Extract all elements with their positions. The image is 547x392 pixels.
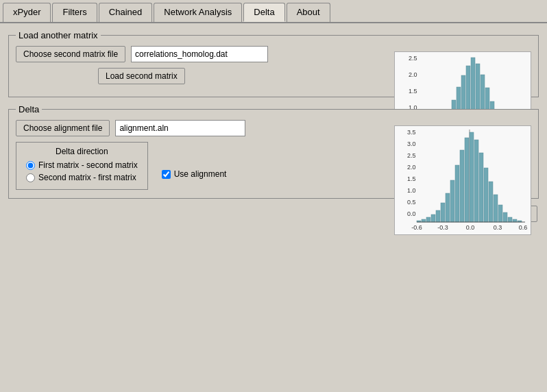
svg-rect-49 bbox=[455, 165, 459, 222]
tab-chained[interactable]: Chained bbox=[99, 3, 152, 22]
svg-text:1.0: 1.0 bbox=[407, 187, 416, 194]
svg-text:0.6: 0.6 bbox=[519, 224, 528, 231]
svg-text:0.0: 0.0 bbox=[407, 210, 416, 217]
svg-text:2.5: 2.5 bbox=[407, 152, 416, 159]
delta-direction-title: Delta direction bbox=[26, 147, 138, 156]
svg-rect-56 bbox=[484, 168, 488, 222]
svg-rect-46 bbox=[441, 203, 445, 222]
tab-filters[interactable]: Filters bbox=[52, 3, 97, 22]
svg-text:-0.3: -0.3 bbox=[437, 224, 448, 231]
svg-rect-43 bbox=[426, 217, 430, 222]
use-alignment-label: Use alignment bbox=[174, 169, 227, 179]
delta-direction-group: Delta direction First matrix - second ma… bbox=[16, 142, 148, 190]
use-alignment-checkbox[interactable] bbox=[162, 170, 171, 179]
svg-rect-42 bbox=[422, 219, 426, 222]
svg-rect-54 bbox=[474, 140, 478, 222]
choose-alignment-file-button[interactable]: Choose alignment file bbox=[16, 120, 110, 136]
tab-xpyder[interactable]: xPyder bbox=[3, 3, 51, 22]
use-alignment-row: Use alignment bbox=[162, 169, 227, 179]
tab-network-analysis[interactable]: Network Analysis bbox=[154, 3, 242, 22]
delta-title: Delta bbox=[16, 104, 42, 114]
svg-text:2.5: 2.5 bbox=[409, 55, 417, 62]
second-matrix-filename-input[interactable] bbox=[131, 46, 268, 62]
svg-text:3.0: 3.0 bbox=[407, 140, 416, 147]
svg-text:0.3: 0.3 bbox=[494, 224, 502, 231]
tab-about[interactable]: About bbox=[287, 3, 330, 22]
radio-row-second-minus-first: Second matrix - first matrix bbox=[26, 173, 138, 182]
svg-rect-60 bbox=[503, 212, 507, 222]
svg-text:2.0: 2.0 bbox=[409, 71, 417, 78]
radio-row-first-minus-second: First matrix - second matrix bbox=[26, 160, 138, 170]
svg-rect-55 bbox=[479, 153, 483, 222]
load-second-matrix-button[interactable]: Load second matrix bbox=[98, 68, 185, 84]
svg-rect-50 bbox=[460, 150, 464, 222]
svg-rect-59 bbox=[498, 205, 502, 222]
delta-group: Delta Choose alignment file Delta direct… bbox=[8, 104, 539, 199]
radio-second-minus-first-label: Second matrix - first matrix bbox=[38, 173, 136, 182]
svg-text:2.0: 2.0 bbox=[407, 164, 416, 171]
load-matrix-group: Load another matrix Choose second matrix… bbox=[8, 30, 539, 97]
radio-first-minus-second[interactable] bbox=[26, 161, 35, 170]
radio-first-minus-second-label: First matrix - second matrix bbox=[38, 160, 138, 170]
svg-rect-51 bbox=[465, 138, 469, 222]
svg-rect-62 bbox=[513, 219, 517, 222]
svg-text:3.5: 3.5 bbox=[407, 129, 416, 136]
tab-bar: xPyder Filters Chained Network Analysis … bbox=[0, 0, 547, 23]
svg-text:1.5: 1.5 bbox=[409, 88, 417, 95]
main-content: Load another matrix Choose second matrix… bbox=[0, 23, 547, 389]
radio-second-minus-first[interactable] bbox=[26, 173, 35, 182]
svg-rect-57 bbox=[489, 182, 493, 222]
svg-rect-53 bbox=[470, 132, 474, 222]
svg-text:-0.6: -0.6 bbox=[411, 224, 422, 231]
svg-rect-45 bbox=[436, 210, 440, 222]
choose-second-matrix-button[interactable]: Choose second matrix file bbox=[16, 46, 125, 62]
chart2-svg: 3.5 3.0 2.5 2.0 1.5 1.0 0.5 0.0 bbox=[394, 125, 531, 235]
svg-rect-61 bbox=[508, 217, 512, 222]
load-matrix-title: Load another matrix bbox=[16, 30, 101, 40]
svg-rect-58 bbox=[494, 195, 498, 222]
svg-rect-47 bbox=[446, 193, 450, 222]
svg-text:0.0: 0.0 bbox=[466, 224, 475, 231]
histogram-chart-2: 3.5 3.0 2.5 2.0 1.5 1.0 0.5 0.0 bbox=[394, 125, 531, 235]
svg-text:0.5: 0.5 bbox=[407, 199, 416, 206]
svg-rect-48 bbox=[450, 180, 454, 222]
svg-text:1.5: 1.5 bbox=[407, 175, 416, 182]
tab-delta[interactable]: Delta bbox=[243, 3, 284, 22]
svg-rect-44 bbox=[431, 215, 435, 222]
alignment-filename-input[interactable] bbox=[115, 120, 245, 136]
